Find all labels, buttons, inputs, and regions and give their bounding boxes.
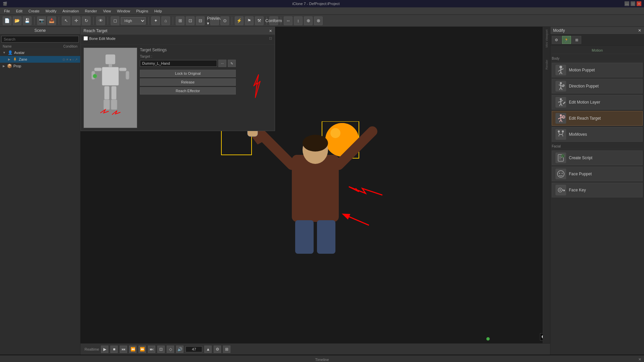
menubar: File Edit Create Modify Animation Render…	[0, 7, 644, 15]
bone-edit-checkbox[interactable]	[84, 36, 88, 41]
next-end-button[interactable]: ⏭	[148, 346, 155, 353]
sound-button[interactable]: 🔊	[176, 346, 183, 353]
toolbar-extra5[interactable]: ⊗	[314, 16, 323, 25]
toolbar-frame[interactable]: ⊡	[186, 16, 195, 25]
next-button[interactable]: ⏩	[139, 346, 146, 353]
mixmoves-label: MixMoves	[569, 132, 587, 137]
frame-grid[interactable]: ⊞	[223, 346, 230, 353]
bone-edit-expand[interactable]: ⊡	[269, 36, 272, 41]
toolbar-move[interactable]: ✛	[72, 16, 80, 25]
toolbar-extra3[interactable]: ↕	[294, 16, 303, 25]
target-pick-btn[interactable]: ✎	[228, 60, 236, 67]
toolbar-motion2[interactable]: ⚑	[245, 16, 254, 25]
timeline-close[interactable]: ✕	[638, 357, 641, 362]
mixmoves-icon	[555, 129, 566, 140]
mixmoves-button[interactable]: MixMoves	[552, 127, 643, 142]
svg-point-17	[330, 128, 340, 138]
menu-create[interactable]: Create	[26, 8, 42, 14]
menu-render[interactable]: Render	[82, 8, 100, 14]
menu-plugins[interactable]: Plugins	[133, 8, 151, 14]
zane-icon-4[interactable]: ○	[72, 58, 74, 61]
toolbar-motion3[interactable]: ⚒	[255, 16, 264, 25]
prev-start-button[interactable]: ⏮	[120, 346, 127, 353]
right-content: Motion Body Motion Puppet	[550, 46, 644, 355]
tree-item-zane[interactable]: ▶ 🧍 Zane ⊙ ☀ ● ○ ↗	[0, 56, 80, 63]
menu-animation[interactable]: Animation	[60, 8, 82, 14]
toolbar-import[interactable]: 📥	[47, 16, 56, 25]
edit-motion-layer-button[interactable]: Edit Motion Layer	[552, 95, 643, 110]
lock-to-original-button[interactable]: Lock to Original	[140, 70, 236, 77]
reach-panel-close[interactable]: ✕	[269, 29, 272, 33]
play-button[interactable]: ▶	[101, 346, 108, 353]
titlebar: 🎬 iClone 7 - DefProject:iProject — □ ✕	[0, 0, 644, 7]
menu-modify[interactable]: Modify	[43, 8, 59, 14]
tab-settings[interactable]: ⚙	[552, 36, 561, 44]
transport-bar: Realtime ▶ ■ ⏮ ⏪ ⏩ ⏭ ⊡ ◇ 🔊 ▲ ⚙ ⊞	[80, 343, 550, 355]
target-input[interactable]	[140, 60, 217, 67]
svg-point-11	[93, 74, 97, 78]
menu-edit[interactable]: Edit	[13, 8, 25, 14]
conform-button[interactable]: Conform	[269, 16, 278, 25]
mini-viewport-label: Mini Viewport	[545, 27, 548, 50]
tree-item-avatar[interactable]: ▼ 👤 Avatar	[0, 49, 80, 56]
preview-button[interactable]: Preview ▾	[210, 16, 219, 25]
face-key-button[interactable]: Face Key	[552, 183, 643, 197]
toolbar-mode1[interactable]: ◻	[111, 16, 119, 25]
quality-select[interactable]: High Medium Low	[121, 17, 146, 24]
zane-icon-3[interactable]: ●	[69, 58, 71, 61]
reach-effector-button[interactable]: Reach Effector	[140, 87, 236, 95]
prev-button[interactable]: ⏪	[129, 346, 137, 353]
bone-edit-label: Bone Edit Mode	[89, 37, 115, 41]
loop-button[interactable]: ⊡	[157, 346, 165, 353]
toolbar-save[interactable]: 💾	[23, 16, 32, 25]
zane-icon-2[interactable]: ☀	[66, 58, 69, 61]
toolbar-extra1[interactable]: ⊟	[196, 16, 205, 25]
face-puppet-button[interactable]: Face Puppet	[552, 167, 643, 181]
frame-up[interactable]: ▲	[204, 346, 212, 353]
menu-help[interactable]: Help	[152, 8, 165, 14]
svg-line-27	[561, 69, 564, 70]
expand-avatar-icon: ▼	[3, 51, 6, 54]
target-browse-btn[interactable]: ···	[218, 60, 226, 67]
edit-reach-target-button[interactable]: Edit Reach Target	[552, 111, 643, 126]
motion-puppet-button[interactable]: Motion Puppet	[552, 63, 643, 77]
zane-icon-1[interactable]: ⊙	[62, 58, 65, 61]
menu-view[interactable]: View	[100, 8, 114, 14]
stop-button[interactable]: ■	[110, 346, 118, 353]
bone-edit-row: Bone Edit Mode ⊡	[84, 36, 272, 41]
tab-motion[interactable]: 🏃	[562, 36, 571, 44]
svg-rect-0	[105, 54, 115, 64]
toolbar-extra4[interactable]: ⊕	[304, 16, 313, 25]
bookmark-button[interactable]: ◇	[167, 346, 174, 353]
direction-puppet-button[interactable]: Direction Puppet	[552, 79, 643, 94]
toolbar-new[interactable]: 📄	[3, 16, 11, 25]
toolbar-rotate[interactable]: ↻	[82, 16, 91, 25]
frame-settings[interactable]: ⚙	[214, 346, 221, 353]
svg-rect-9	[111, 86, 116, 100]
toolbar-camera[interactable]: 📷	[37, 16, 46, 25]
toolbar-house[interactable]: ⌂	[161, 16, 170, 25]
toolbar-grid[interactable]: ⊞	[176, 16, 184, 25]
menu-file[interactable]: File	[1, 8, 13, 14]
toolbar-motion1[interactable]: ⚡	[235, 16, 244, 25]
scene-search-input[interactable]	[1, 36, 79, 43]
frame-input[interactable]	[185, 346, 202, 352]
toolbar-eye[interactable]: 👁	[96, 16, 105, 25]
toolbar-open[interactable]: 📂	[13, 16, 21, 25]
minimize-button[interactable]: —	[625, 1, 629, 6]
svg-point-51	[558, 130, 560, 132]
create-script-button[interactable]: ♪ Create Script	[552, 150, 643, 165]
zane-icon-5[interactable]: ↗	[75, 58, 77, 61]
release-button[interactable]: Release	[140, 78, 236, 86]
close-button[interactable]: ✕	[637, 1, 641, 6]
maximize-button[interactable]: □	[631, 1, 635, 6]
toolbar-record[interactable]: ⊙	[220, 16, 229, 25]
tree-item-prop[interactable]: ▶ 📦 Prop	[0, 63, 80, 69]
toolbar-light[interactable]: ✦	[151, 16, 160, 25]
menu-window[interactable]: Window	[114, 8, 133, 14]
toolbar-sep-5	[148, 17, 149, 25]
toolbar-extra2[interactable]: ↔	[284, 16, 292, 25]
toolbar-select[interactable]: ↖	[62, 16, 70, 25]
right-panel-close[interactable]: ✕	[638, 28, 641, 33]
tab-grid[interactable]: ⊞	[572, 36, 581, 44]
